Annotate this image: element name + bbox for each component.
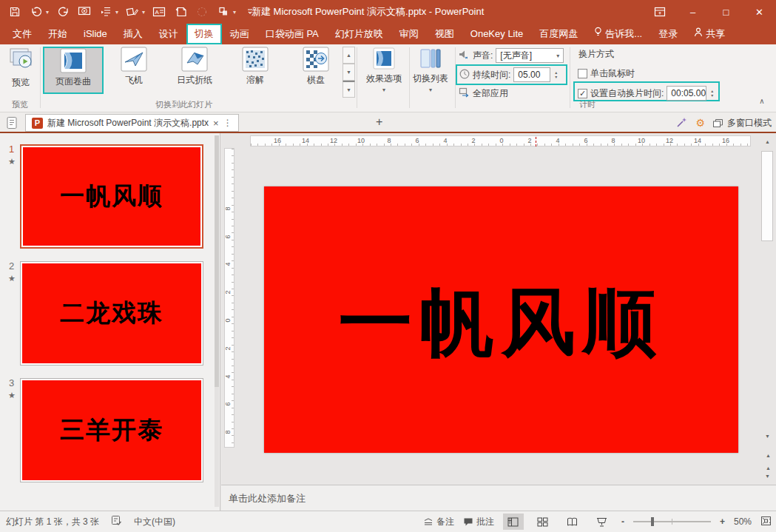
scroll-up-button[interactable]: ▲ (761, 135, 774, 148)
comments-toggle-button[interactable]: 批注 (463, 516, 494, 528)
gallery-scroll-up-button[interactable]: ▲ (343, 47, 355, 64)
slide-title-text[interactable]: 一帆风顺 (339, 274, 664, 374)
new-tab-button[interactable]: + (376, 115, 382, 129)
tab-home[interactable]: 开始 (40, 24, 75, 44)
slideshow-view-button[interactable] (592, 514, 613, 530)
powerpoint-window: ▾ ▾ ▾ A (0, 0, 776, 532)
on-mouse-click-checkbox[interactable] (578, 69, 587, 78)
slide-3-thumbnail[interactable]: 三羊开泰 (20, 378, 203, 482)
slide-1-thumbnail[interactable]: 一帆风顺 (20, 144, 203, 249)
tab-insert[interactable]: 插入 (115, 24, 151, 44)
gallery-more-button[interactable]: ▼ (343, 81, 355, 98)
zoom-in-button[interactable]: + (720, 516, 725, 527)
auto-advance-spinner[interactable]: ▴▾ (711, 89, 713, 98)
slide-2-transition-star[interactable]: ★ (8, 274, 20, 283)
language-status[interactable]: 中文(中国) (134, 516, 175, 528)
tab-share[interactable]: 共享 (686, 24, 733, 44)
redo-icon[interactable] (55, 4, 70, 19)
scroll-down-button[interactable]: ▼ (761, 430, 774, 442)
slide-3-transition-star[interactable]: ★ (8, 391, 20, 400)
scrollbar-thumb[interactable] (761, 151, 773, 241)
tab-view[interactable]: 视图 (427, 24, 462, 44)
tab-file[interactable]: 文件 (4, 24, 40, 44)
sound-dropdown[interactable]: [无声音] ▾ (496, 48, 564, 63)
apply-all-button[interactable]: 全部应用 (459, 87, 508, 100)
normal-view-button[interactable] (503, 514, 524, 530)
tab-onekey-lite[interactable]: OneKey Lite (462, 24, 532, 44)
preview-button[interactable]: 预览 (4, 47, 37, 95)
next-slide-button[interactable]: ▼▼ (761, 470, 774, 482)
transition-list-button[interactable]: 切换列表 ▾ (408, 47, 453, 106)
tab-transitions[interactable]: 切换 (186, 24, 222, 44)
notes-placeholder[interactable]: 单击此处添加备注 (229, 492, 306, 505)
collapse-ribbon-button[interactable]: ∧ (754, 97, 770, 109)
effect-options-button[interactable]: 效果选项 ▾ (360, 47, 408, 106)
draw-shape-dropdown-caret[interactable]: ▾ (142, 9, 145, 16)
panel-scrollbar[interactable] (215, 135, 219, 507)
tab-pocket-animation[interactable]: 口袋动画 PA (257, 24, 327, 44)
transition-origami[interactable]: 日式折纸 (164, 47, 225, 94)
fit-to-window-button[interactable] (760, 516, 772, 528)
slide-1-transition-star[interactable]: ★ (8, 157, 20, 166)
undo-icon[interactable] (29, 4, 44, 19)
duration-input[interactable]: 05.00 (513, 67, 550, 82)
arrange-objects-icon[interactable] (216, 4, 231, 19)
panel-scrollbar-thumb[interactable] (215, 135, 219, 387)
zoom-out-button[interactable]: - (621, 516, 624, 527)
on-mouse-click-option[interactable]: 单击鼠标时 (578, 67, 635, 80)
zoom-slider[interactable] (633, 521, 711, 522)
close-button[interactable]: ✕ (743, 0, 776, 24)
notes-pane[interactable]: 单击此处添加备注 (221, 485, 776, 511)
slide-2-number: 2 (9, 260, 21, 272)
magic-wand-icon[interactable] (676, 116, 688, 130)
slide-sorter-view-button[interactable] (533, 514, 553, 530)
tab-sign-in[interactable]: 登录 (650, 24, 686, 44)
slide-count-status[interactable]: 幻灯片 第 1 张，共 3 张 (6, 516, 99, 528)
zoom-slider-thumb[interactable] (651, 517, 654, 526)
save-icon[interactable] (7, 4, 22, 19)
transition-page-curl[interactable]: 页面卷曲 (43, 47, 104, 94)
origami-icon (181, 64, 208, 74)
tab-menu-icon[interactable]: ⋮ (223, 118, 232, 128)
outline-icon[interactable] (98, 4, 113, 19)
transition-dissolve[interactable]: 溶解 (225, 47, 286, 94)
tab-tell-me[interactable]: 告诉我... (586, 24, 650, 44)
tab-islide[interactable]: iSlide (75, 24, 115, 44)
tab-close-icon[interactable]: × (213, 118, 219, 129)
auto-advance-time-input[interactable]: 00:05.00 (667, 86, 706, 101)
tab-review[interactable]: 审阅 (391, 24, 427, 44)
draw-shape-icon[interactable] (125, 4, 140, 19)
transition-airplane[interactable]: 飞机 (104, 47, 164, 94)
tab-baidu-netdisk[interactable]: 百度网盘 (531, 24, 586, 44)
ribbon-display-options-button[interactable] (643, 0, 676, 24)
document-list-icon[interactable] (6, 116, 18, 132)
outline-dropdown-caret[interactable]: ▾ (115, 9, 118, 16)
transition-checkerboard[interactable]: 棋盘 (286, 47, 346, 94)
text-format-icon[interactable]: A (152, 4, 166, 19)
arrange-dropdown-caret[interactable]: ▾ (233, 9, 236, 16)
tab-design[interactable]: 设计 (151, 24, 186, 44)
zoom-level[interactable]: 50% (734, 516, 752, 527)
horizontal-ruler[interactable]: 16 14 12 10 8 6 4 2 0 2 4 6 8 10 12 14 1… (250, 135, 751, 147)
duration-spinner[interactable]: ▴▾ (555, 70, 557, 79)
slide-2-thumbnail[interactable]: 二龙戏珠 (20, 261, 203, 366)
notes-toggle-button[interactable]: 备注 (423, 516, 454, 528)
vertical-scrollbar[interactable]: ▲ ▼ ▲▲ ▼▼ (761, 135, 774, 148)
spellcheck-icon[interactable] (111, 515, 122, 528)
settings-gear-icon[interactable]: ⚙ (695, 117, 705, 129)
start-slideshow-icon[interactable] (77, 4, 92, 19)
multi-window-mode-button[interactable]: 多窗口模式 (712, 117, 772, 129)
reading-view-button[interactable] (562, 514, 583, 530)
maximize-button[interactable]: □ (709, 0, 743, 24)
tab-slideshow[interactable]: 幻灯片放映 (327, 24, 391, 44)
document-tab[interactable]: P 新建 Microsoft PowerPoint 演示文稿.pptx × ⋮ (25, 114, 239, 132)
undo-dropdown-caret[interactable]: ▾ (46, 9, 49, 16)
gallery-scroll-down-button[interactable]: ▼ (343, 64, 355, 81)
slide-canvas[interactable]: 一帆风顺 (264, 186, 738, 453)
minimize-button[interactable]: – (676, 0, 709, 24)
tab-animations[interactable]: 动画 (222, 24, 257, 44)
previous-slide-button[interactable]: ▲▲ (761, 449, 774, 462)
vertical-ruler[interactable]: 8 6 4 2 0 2 4 6 8 (224, 148, 235, 448)
new-slide-icon[interactable] (173, 4, 188, 19)
auto-advance-checkbox[interactable]: ✓ (578, 89, 587, 98)
